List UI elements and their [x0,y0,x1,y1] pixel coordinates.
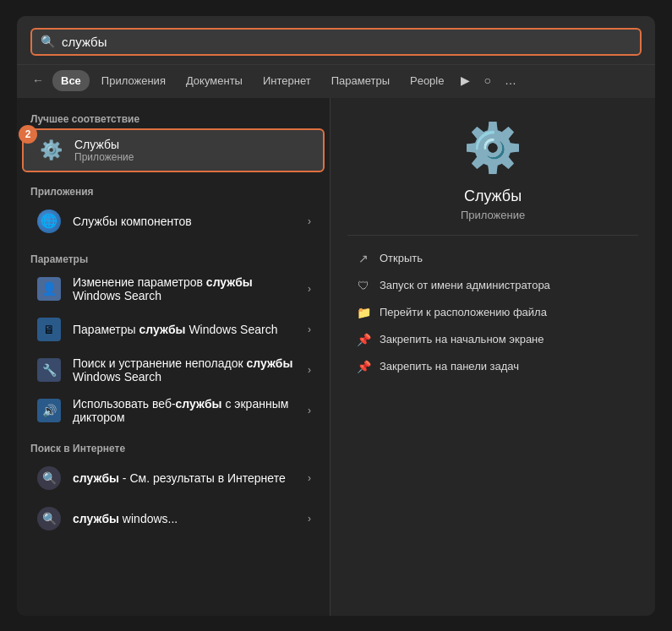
setting-info-4: Использовать веб-службы с экранным дикто… [73,397,298,424]
action-open-location[interactable]: 📁 Перейти к расположению файла [347,300,638,325]
web-icon-2: 🔍 [36,505,63,532]
setting-name-2: Параметры службы Windows Search [73,323,298,336]
apps-title: Приложения [17,181,330,201]
action-pin-start[interactable]: 📌 Закрепить на начальном экране [347,327,638,352]
setting-info-3: Поиск и устранение неполадок службы Wind… [73,356,298,383]
web-icon-1: 🔍 [36,465,63,492]
best-match-name: Службы [74,138,309,151]
app-detail-type: Приложение [461,209,525,221]
best-match-sub: Приложение [74,151,309,163]
web-name-1: службы - См. результаты в Интернете [73,471,298,485]
right-panel: ⚙️ Службы Приложение ↗ Открыть 🛡 Запуск … [330,98,655,616]
divider [347,235,638,236]
filter-tabs-bar: ← Все Приложения Документы Интернет Пара… [17,65,655,98]
pin-start-icon: 📌 [356,333,371,346]
app-item-components[interactable]: 🌐 Службы компонентов › [22,201,325,242]
setting-name-3: Поиск и устранение неполадок службы Wind… [73,356,298,383]
web-name-2: службы windows... [73,512,298,525]
back-button[interactable]: ← [27,70,49,90]
search-input-container[interactable]: 🔍 службы [30,28,642,56]
search-input[interactable]: службы [62,35,631,49]
setting-item-2[interactable]: 🖥 Параметры службы Windows Search › [22,309,325,350]
web-arrow-1: › [308,472,311,484]
action-open-location-label: Перейти к расположению файла [380,306,547,318]
settings-title: Параметры [17,248,330,269]
action-pin-taskbar[interactable]: 📌 Закрепить на панели задач [347,354,638,379]
app-components-info: Службы компонентов [73,215,298,228]
setting-item-4[interactable]: 🔊 Использовать веб-службы с экранным дик… [22,390,325,431]
folder-icon: 📁 [356,306,371,319]
left-panel: Лучшее соответствие 2 ⚙️ Службы Приложен… [17,98,330,616]
tab-settings[interactable]: Параметры [323,70,398,91]
action-pin-taskbar-label: Закрепить на панели задач [380,360,519,373]
action-run-admin-label: Запуск от имени администратора [380,279,550,291]
tab-extra-2[interactable]: ○ [478,70,495,90]
action-pin-start-label: Закрепить на начальном экране [380,333,544,345]
action-open-label: Открыть [380,252,423,264]
detail-gear-icon: ⚙️ [463,120,522,176]
main-content: Лучшее соответствие 2 ⚙️ Службы Приложен… [17,98,655,616]
setting-arrow-2: › [308,324,311,335]
app-detail-icon: ⚙️ [463,118,522,177]
action-open[interactable]: ↗ Открыть [347,246,638,271]
search-icon: 🔍 [41,35,55,48]
setting-arrow-4: › [308,405,311,416]
web-info-2: службы windows... [73,512,298,525]
badge-2: 2 [19,125,37,144]
gear-icon: ⚙️ [40,139,63,161]
setting-item-1[interactable]: 👤 Изменение параметров службы Windows Se… [22,269,325,309]
tab-extra-1[interactable]: ▶ [456,70,475,90]
best-match-item[interactable]: 2 ⚙️ Службы Приложение [22,128,325,172]
app-icon-globe: 🌐 [36,208,63,235]
web-item-1[interactable]: 🔍 службы - См. результаты в Интернете › [22,458,325,498]
tab-more[interactable]: … [500,70,522,90]
setting-info-2: Параметры службы Windows Search [73,323,298,336]
app-detail-name: Службы [464,188,522,205]
tab-all[interactable]: Все [52,70,90,91]
best-match-info: Службы Приложение [74,138,309,163]
admin-icon: 🛡 [356,279,371,292]
action-list: ↗ Открыть 🛡 Запуск от имени администрато… [347,246,638,379]
web-title: Поиск в Интернете [17,438,330,458]
action-run-admin[interactable]: 🛡 Запуск от имени администратора [347,273,638,298]
setting-icon-4: 🔊 [36,397,63,424]
tab-people[interactable]: People [402,70,452,91]
setting-item-3[interactable]: 🔧 Поиск и устранение неполадок службы Wi… [22,350,325,390]
setting-icon-1: 👤 [36,275,63,302]
setting-arrow-3: › [308,364,311,376]
setting-arrow-1: › [308,283,311,295]
setting-icon-2: 🖥 [36,316,63,343]
best-match-title: Лучшее соответствие [17,108,330,128]
pin-taskbar-icon: 📌 [356,360,371,373]
setting-name-4: Использовать веб-службы с экранным дикто… [73,397,298,424]
tab-docs[interactable]: Документы [178,70,251,91]
search-bar: 🔍 службы [17,16,655,65]
tab-apps[interactable]: Приложения [93,70,174,91]
app-components-arrow: › [308,215,311,227]
search-window: 🔍 службы ← Все Приложения Документы Инте… [17,16,655,616]
best-match-icon: ⚙️ [37,137,64,164]
setting-info-1: Изменение параметров службы Windows Sear… [73,275,298,302]
web-item-2[interactable]: 🔍 службы windows... › [22,498,325,539]
tab-web[interactable]: Интернет [254,70,320,91]
web-info-1: службы - См. результаты в Интернете [73,471,298,485]
setting-icon-3: 🔧 [36,356,63,383]
app-components-name: Службы компонентов [73,215,298,228]
setting-name-1: Изменение параметров службы Windows Sear… [73,275,298,302]
web-arrow-2: › [308,513,311,525]
open-icon: ↗ [356,252,371,265]
